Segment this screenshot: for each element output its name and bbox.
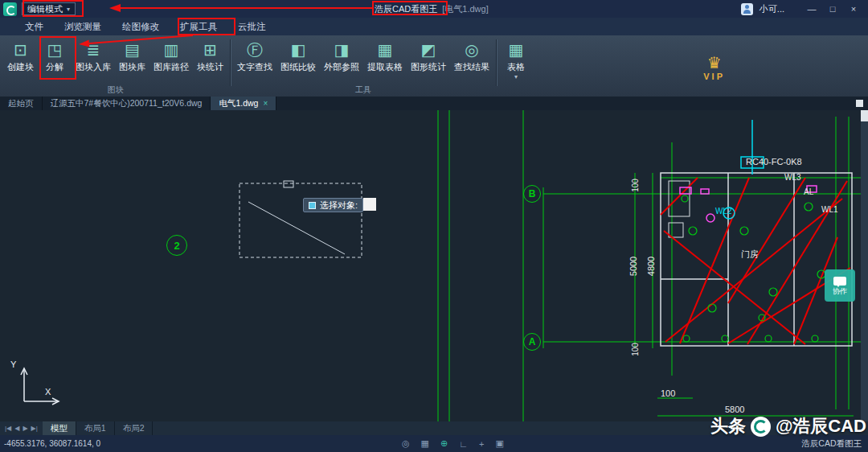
ribbon-group-table: ▦ 表格 ▾ [499, 38, 533, 97]
scrollbar-thumb[interactable] [861, 110, 868, 121]
scroll-top-button[interactable] [856, 100, 863, 107]
library-path-button[interactable]: ▥ 图库路径 [149, 38, 193, 75]
grid-bubble-B: B [523, 185, 541, 203]
create-block-button[interactable]: ⊡ 创建块 [3, 38, 38, 75]
shape-statistics-button[interactable]: ◩ 图形统计 [407, 38, 450, 75]
grid-bubble-A: A [523, 333, 541, 351]
collaborate-button[interactable]: 协作 [825, 269, 855, 302]
menu-cloud-annotation[interactable]: 云批注 [227, 18, 276, 35]
drawing-compare-button[interactable]: ◧ 图纸比较 [276, 38, 320, 75]
maximize-button[interactable]: □ [823, 1, 842, 17]
ucs-icon [21, 368, 59, 405]
dim-100-horizontal: 100 [661, 388, 675, 398]
app-logo-icon [3, 2, 17, 16]
select-object-tooltip: 选择对象: [303, 198, 363, 212]
block-library-button[interactable]: ▤ 图块库 [115, 38, 149, 75]
minimize-button[interactable]: — [802, 1, 821, 17]
menu-extended-tools[interactable]: 扩展工具 [170, 18, 227, 35]
status-bar: -4655.3176, 36087.1614, 0 ◎ ▦ ⊕ ∟ + ▣ 浩辰… [0, 435, 868, 452]
user-avatar[interactable] [741, 3, 753, 15]
grid-icon[interactable]: ▦ [421, 438, 429, 449]
tab-electrical-dwg[interactable]: 电气1.dwg × [211, 97, 276, 110]
window-buttons: — □ × [802, 1, 863, 17]
titlebar-right: 小可... — □ × [741, 1, 868, 17]
create-block-icon: ⊡ [14, 39, 27, 60]
close-button[interactable]: × [844, 1, 863, 17]
al-label: AL [804, 187, 813, 196]
block-statistics-button[interactable]: ⊞ 块统计 [193, 38, 227, 75]
menu-draw-modify[interactable]: 绘图修改 [112, 18, 170, 35]
edit-mode-dropdown[interactable]: 编辑模式 ▾ [22, 2, 76, 15]
vertical-scrollbar[interactable] [861, 110, 868, 421]
shape-statistics-icon: ◩ [421, 39, 436, 60]
osnap-icon[interactable]: ⊕ [440, 438, 448, 449]
explode-icon: ◳ [47, 39, 63, 60]
app-window: 编辑模式 ▾ 浩辰CAD看图王 [电气1.dwg] 小可... — □ × 文件… [0, 0, 868, 452]
block-library-icon: ▤ [125, 39, 140, 60]
snap-icon[interactable]: ◎ [402, 438, 410, 449]
block-statistics-icon: ⊞ [203, 39, 217, 60]
external-reference-icon: ◨ [334, 39, 350, 60]
group-label-tools: 工具 [233, 84, 493, 96]
menu-browse-measure[interactable]: 浏览测量 [54, 18, 112, 35]
find-result-button[interactable]: ◎ 查找结果 [450, 38, 493, 75]
find-result-icon: ◎ [465, 39, 478, 60]
prev-layout-button[interactable]: ◀ [14, 425, 19, 432]
drawing-compare-icon: ◧ [291, 39, 306, 60]
wiring-lines [661, 178, 850, 344]
next-layout-button[interactable]: ▶ [23, 425, 27, 432]
ucs-y-label: Y [10, 360, 16, 369]
dim-100-bottom: 100 [631, 343, 640, 356]
dim-5000: 5000 [628, 257, 638, 276]
extract-table-button[interactable]: ▦ 提取表格 [363, 38, 407, 75]
tab-close-icon[interactable]: × [263, 99, 268, 108]
user-name[interactable]: 小可... [760, 3, 784, 15]
text-find-button[interactable]: Ⓕ 文字查找 [233, 38, 276, 75]
tab-start-page[interactable]: 起始页 [0, 97, 43, 110]
tab-model[interactable]: 模型 [43, 421, 76, 435]
crosshair-icon[interactable]: + [479, 439, 484, 449]
document-title: [电气1.dwg] [442, 3, 488, 15]
tab-drawing-1[interactable]: 辽源五中7#餐饮中心)200711_t20V6.dwg [43, 97, 211, 110]
first-layout-button[interactable]: |◀ [5, 425, 11, 432]
last-layout-button[interactable]: ▶| [31, 425, 38, 432]
window-title: 浩辰CAD看图王 [电气1.dwg] [375, 0, 489, 18]
drawing-canvas[interactable]: 2 B A 选择对象: RC40-FC-0K8 WL3 AL WL1 WL2 门… [0, 110, 868, 421]
cyan-elements [723, 120, 764, 219]
table-button[interactable]: ▦ 表格 ▾ [499, 38, 533, 82]
panel-code-label: RC40-FC-0K8 [746, 157, 802, 166]
wl2-label: WL2 [715, 207, 732, 216]
wl3-label: WL3 [784, 173, 801, 182]
layout-nav: |◀ ◀ ▶ ▶| [0, 421, 43, 435]
block-to-library-button[interactable]: ≣ 图块入库 [72, 38, 115, 75]
cad-drawing [0, 110, 868, 421]
edit-mode-label: 编辑模式 [27, 3, 63, 15]
chevron-down-icon[interactable]: ▾ [514, 74, 518, 80]
status-icons: ◎ ▦ ⊕ ∟ + ▣ [402, 438, 504, 449]
block-to-library-icon: ≣ [87, 39, 100, 60]
table-mode-icon[interactable]: ▣ [495, 438, 503, 449]
dim-4800: 4800 [646, 257, 656, 276]
layout-tab-bar: |◀ ◀ ▶ ▶| 模型 布局1 布局2 [0, 421, 868, 435]
library-path-icon: ▥ [164, 39, 179, 60]
grid-bubble-2: 2 [166, 235, 187, 256]
chat-bubble-icon [833, 277, 846, 286]
explode-button[interactable]: ◳ 分解 [38, 38, 72, 75]
text-find-icon: Ⓕ [247, 39, 263, 60]
ribbon-group-block: ⊡ 创建块 ◳ 分解 ≣ 图块入库 ▤ 图块库 ▥ 图库路径 [3, 38, 227, 97]
app-title: 浩辰CAD看图王 [375, 3, 437, 15]
group-label-block: 图块 [3, 84, 227, 96]
table-icon: ▦ [509, 39, 524, 60]
ribbon-group-tools: Ⓕ 文字查找 ◧ 图纸比较 ◨ 外部参照 ▦ 提取表格 ◩ 图形统计 [233, 38, 493, 97]
menu-file[interactable]: 文件 [14, 18, 54, 35]
status-app-label: 浩辰CAD看图王 [801, 438, 868, 450]
vip-button[interactable]: ♛ VIP [703, 38, 725, 97]
selection-marquee [240, 181, 362, 257]
ribbon-toolbar: ⊡ 创建块 ◳ 分解 ≣ 图块入库 ▤ 图块库 ▥ 图库路径 [0, 35, 868, 97]
tab-layout2[interactable]: 布局2 [115, 421, 154, 435]
ucs-x-label: X [45, 387, 51, 397]
menu-bar: 文件 浏览测量 绘图修改 扩展工具 云批注 [0, 18, 868, 35]
external-reference-button[interactable]: ◨ 外部参照 [320, 38, 363, 75]
ortho-icon[interactable]: ∟ [459, 439, 468, 449]
tab-layout1[interactable]: 布局1 [76, 421, 115, 435]
